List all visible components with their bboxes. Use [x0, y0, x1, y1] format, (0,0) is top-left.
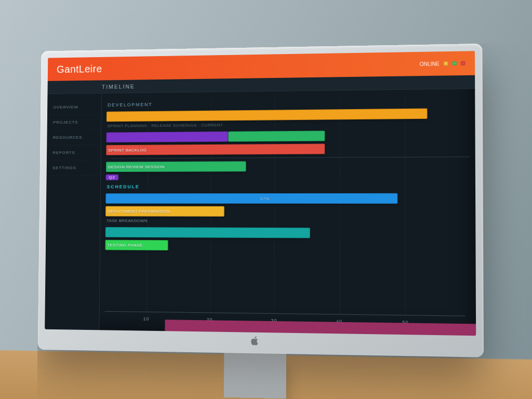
section-label: SCHEDULE — [107, 183, 465, 189]
bar-label: DESIGN REVIEW SESSION — [108, 164, 165, 169]
status-dot-icon — [453, 61, 457, 65]
x-axis-line — [104, 311, 465, 316]
status-dot-icon — [444, 61, 448, 65]
bar-label: TESTING PHASE — [107, 243, 142, 247]
app-screen: GantLeire ONLINE TIMELINE OVERVIEW PROJE… — [45, 51, 476, 336]
monitor-bezel: GantLeire ONLINE TIMELINE OVERVIEW PROJE… — [37, 44, 484, 357]
status-dot-icon — [461, 61, 465, 65]
bar-value: 37% — [260, 196, 270, 201]
gantt-bar[interactable] — [107, 109, 427, 122]
gantt-row[interactable]: TESTING PHASE — [105, 239, 464, 254]
gantt-row[interactable] — [106, 128, 464, 143]
gantt-row[interactable] — [105, 226, 465, 240]
footer-strip — [99, 319, 476, 336]
gantt-bar[interactable]: DESIGN REVIEW SESSION — [106, 161, 246, 172]
sidebar-item-settings[interactable]: SETTINGS — [47, 161, 101, 176]
phase-tag[interactable]: Q2 — [106, 175, 118, 180]
bar-label: DEPLOYMENT PREPARATION — [108, 209, 170, 214]
gantt-row[interactable]: SPRINT BACKLOG — [106, 142, 464, 156]
gantt-bar[interactable] — [228, 131, 325, 142]
axis-tick: 30 — [271, 318, 277, 323]
gantt-row[interactable] — [107, 107, 464, 123]
gantt-bar[interactable]: TESTING PHASE — [105, 240, 168, 250]
sidebar-item-overview[interactable]: OVERVIEW — [47, 100, 101, 115]
gantt-bar[interactable] — [106, 131, 228, 142]
axis-tick: 50 — [402, 320, 408, 325]
subheader-title: TIMELINE — [102, 83, 135, 90]
sidebar-item-reports[interactable]: REPORTS — [47, 145, 101, 161]
chart-rows: DEVELOPMENT SPRINT PLANNING · RELEASE SC… — [105, 99, 464, 254]
gantt-bar[interactable] — [105, 227, 311, 238]
gridline — [339, 98, 340, 314]
topbar-status: ONLINE — [420, 60, 466, 66]
sidebar-item-projects[interactable]: PROJECTS — [47, 115, 101, 130]
gridline — [405, 97, 406, 315]
sidebar-item-resources[interactable]: RESOURCES — [47, 130, 101, 145]
gantt-chart: 10 20 30 40 50 DEVELOPMENT SPRINT PLANNI… — [99, 89, 476, 336]
monitor-frame: GantLeire ONLINE TIMELINE OVERVIEW PROJE… — [37, 44, 484, 357]
gantt-row[interactable]: 37% — [105, 192, 464, 205]
divider-line — [111, 156, 470, 158]
row-caption: TASK BREAKDOWN — [107, 218, 465, 224]
gantt-bar[interactable]: DEPLOYMENT PREPARATION — [105, 206, 224, 217]
app-brand: GantLeire — [57, 63, 102, 75]
gantt-bar[interactable]: SPRINT BACKLOG — [106, 144, 325, 155]
section-label: DEVELOPMENT — [108, 99, 464, 108]
topbar: GantLeire ONLINE — [48, 51, 475, 81]
app-body: OVERVIEW PROJECTS RESOURCES REPORTS SETT… — [45, 89, 476, 336]
apple-logo-icon — [251, 336, 259, 348]
gantt-row[interactable]: DEPLOYMENT PREPARATION — [105, 205, 464, 218]
gantt-bar[interactable] — [105, 193, 397, 204]
sidebar: OVERVIEW PROJECTS RESOURCES REPORTS SETT… — [45, 94, 102, 330]
bar-label: SPRINT BACKLOG — [108, 148, 147, 152]
gantt-row[interactable]: DESIGN REVIEW SESSION — [106, 159, 464, 173]
status-text: ONLINE — [420, 61, 440, 67]
axis-tick: 40 — [336, 319, 342, 324]
